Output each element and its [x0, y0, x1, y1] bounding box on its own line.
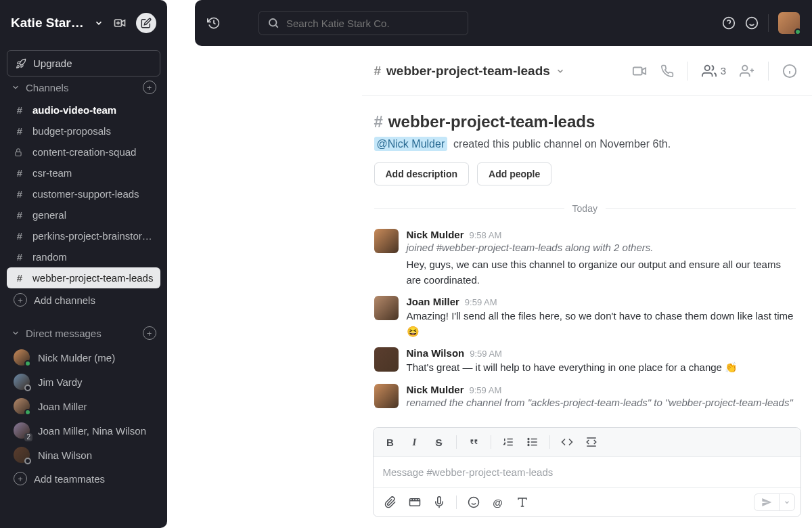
dm-item[interactable]: 2Joan Miller, Nina Wilson [7, 418, 160, 443]
hash-icon: # [14, 272, 26, 284]
add-people-icon[interactable] [740, 64, 754, 79]
video-clip-icon[interactable] [403, 492, 426, 512]
bullet-list-button[interactable] [521, 432, 544, 452]
avatar[interactable] [374, 296, 399, 320]
channel-header: # webber-project-team-leads 3 [362, 46, 813, 96]
lock-icon [14, 148, 26, 157]
channel-name: webber-project-team-leads [32, 272, 153, 284]
codeblock-button[interactable] [580, 432, 603, 452]
message: Nick Mulder9:59 AMrenamed the channel fr… [374, 380, 796, 416]
channel-name: content-creation-squad [32, 146, 136, 158]
search-box[interactable] [258, 11, 468, 35]
message-time: 9:59 AM [470, 349, 502, 359]
bold-button[interactable]: B [379, 432, 402, 452]
message-author[interactable]: Nick Mulder [407, 229, 464, 240]
mention-icon[interactable]: @ [487, 492, 510, 512]
channel-name: perkins-project-brainstor… [32, 230, 152, 242]
dm-name: Nina Wilson [38, 449, 92, 461]
mic-icon[interactable] [428, 492, 451, 512]
attach-icon[interactable] [379, 492, 402, 512]
send-options-button[interactable] [780, 496, 794, 508]
svg-line-6 [275, 25, 277, 27]
members-button[interactable]: 3 [702, 64, 726, 79]
italic-button[interactable]: I [403, 432, 426, 452]
add-teammates-label: Add teammates [34, 473, 105, 485]
compose-button[interactable] [136, 13, 156, 33]
text-format-icon[interactable] [511, 492, 534, 512]
channel-name: webber-project-team-leads [386, 64, 550, 79]
help-icon[interactable] [722, 16, 736, 30]
dm-item[interactable]: Nick Mulder (me) [7, 345, 160, 370]
channel-item[interactable]: #general [7, 204, 160, 225]
channel-item[interactable]: content-creation-squad [7, 141, 160, 162]
avatar[interactable] [374, 347, 399, 372]
message-time: 9:58 AM [470, 230, 502, 240]
svg-marker-1 [121, 20, 125, 26]
channel-name: audio-video-team [32, 104, 116, 116]
send-button[interactable] [754, 494, 780, 510]
sidebar: Katie Star… Upgrade Channels + #audio-vi… [0, 0, 167, 528]
svg-rect-4 [16, 152, 21, 156]
channel-item[interactable]: #audio-video-team [7, 100, 160, 120]
avatar [14, 398, 30, 414]
channel-item[interactable]: #csr-team [7, 162, 160, 183]
channel-item[interactable]: #customer-support-leads [7, 183, 160, 204]
dm-item[interactable]: Nina Wilson [7, 443, 160, 467]
add-channels-button[interactable]: + Add channels [7, 288, 160, 311]
history-icon[interactable] [207, 16, 221, 30]
rocket-icon [16, 58, 26, 69]
quote-button[interactable] [462, 432, 485, 452]
message-author[interactable]: Nick Mulder [407, 384, 464, 395]
upgrade-button[interactable]: Upgrade [7, 50, 160, 76]
strike-button[interactable]: S [428, 432, 451, 452]
member-count: 3 [721, 65, 726, 76]
channel-title[interactable]: # webber-project-team-leads [374, 64, 565, 79]
hash-icon: # [14, 188, 26, 200]
creator-mention[interactable]: @Nick Mulder [374, 137, 448, 151]
channels-section-header[interactable]: Channels + [7, 79, 160, 100]
add-description-button[interactable]: Add description [374, 162, 470, 185]
dm-item[interactable]: Joan Miller [7, 394, 160, 418]
ordered-list-button[interactable] [497, 432, 520, 452]
upgrade-label: Upgrade [33, 58, 72, 69]
message-author[interactable]: Nina Wilson [407, 347, 465, 359]
message-input[interactable] [383, 466, 792, 478]
main: # webber-project-team-leads 3 # web [362, 0, 813, 528]
channels-label: Channels [26, 82, 68, 93]
add-dm-icon[interactable]: + [143, 326, 156, 340]
message-author[interactable]: Joan Miller [407, 296, 459, 307]
avatar[interactable] [374, 384, 399, 408]
plus-icon: + [14, 472, 27, 485]
info-icon[interactable] [782, 64, 797, 79]
add-channel-icon[interactable]: + [143, 81, 156, 94]
video-add-icon[interactable] [110, 14, 129, 32]
dm-item[interactable]: Jim Vardy [7, 370, 160, 394]
video-call-icon[interactable] [632, 64, 647, 79]
me-avatar[interactable] [778, 12, 800, 34]
channel-item[interactable]: #perkins-project-brainstor… [7, 225, 160, 246]
avatar [14, 374, 30, 390]
attachment-toolbar: @ [374, 487, 801, 516]
system-text: joined #webber-project-team-leads along … [407, 242, 796, 253]
search-input[interactable] [286, 18, 459, 29]
channel-item[interactable]: #budget-proposals [7, 120, 160, 141]
channel-name: budget-proposals [32, 125, 111, 137]
add-people-button[interactable]: Add people [477, 162, 551, 185]
topbar [195, 0, 812, 46]
emoji-icon[interactable] [745, 16, 759, 30]
channel-item[interactable]: #webber-project-team-leads [7, 267, 160, 288]
chevron-down-icon [11, 83, 20, 92]
workspace-switcher[interactable]: Katie Star… [0, 0, 167, 46]
composer: B I S @ [373, 427, 802, 517]
date-divider: Today [374, 203, 796, 214]
phone-icon[interactable] [660, 64, 674, 78]
avatar[interactable] [374, 229, 399, 253]
emoji-picker-icon[interactable] [462, 492, 485, 512]
avatar [14, 447, 30, 463]
message: Joan Miller9:59 AMAmazing! I'll send all… [374, 292, 796, 343]
channel-item[interactable]: #random [7, 246, 160, 267]
chevron-down-icon [556, 66, 565, 76]
add-teammates-button[interactable]: + Add teammates [7, 467, 160, 490]
code-button[interactable] [556, 432, 579, 452]
dms-section-header[interactable]: Direct messages + [7, 321, 160, 345]
